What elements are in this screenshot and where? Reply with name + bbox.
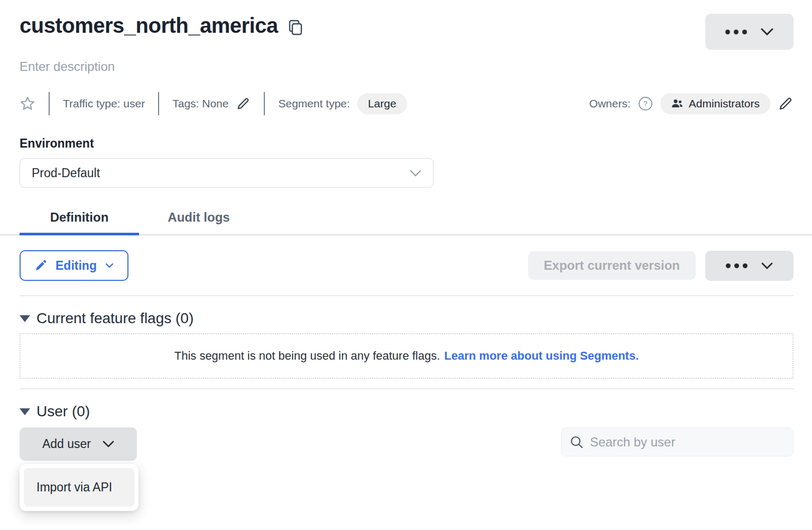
favorite-star-button[interactable]: [20, 96, 35, 112]
learn-more-link[interactable]: Learn more about using Segments.: [444, 349, 639, 363]
user-search-box: [561, 427, 793, 456]
add-user-label: Add user: [42, 437, 91, 451]
owners-label: Owners:: [589, 97, 631, 110]
environment-selected-value: Prod-Default: [32, 166, 100, 180]
feature-flags-section-header[interactable]: Current feature flags (0): [20, 310, 793, 327]
page-title: customers_north_america: [20, 14, 278, 38]
edit-owners-button[interactable]: [778, 96, 793, 112]
meta-divider: [264, 92, 265, 115]
section-divider: [20, 388, 793, 389]
segment-type-badge: Large: [357, 93, 407, 114]
help-icon[interactable]: ?: [638, 96, 653, 111]
add-user-dropdown-menu: Import via API: [20, 464, 139, 511]
chevron-down-icon: [105, 263, 114, 268]
people-icon: [671, 98, 684, 109]
definition-more-actions-button[interactable]: [705, 251, 793, 281]
menu-item-import-via-api[interactable]: Import via API: [24, 468, 134, 507]
collapse-caret-icon: [20, 315, 30, 322]
copy-name-button[interactable]: [288, 19, 303, 36]
meta-divider: [49, 92, 50, 115]
tab-definition[interactable]: Definition: [20, 210, 139, 235]
chevron-down-icon: [761, 262, 773, 269]
segment-detail-page: customers_north_america Enter descriptio…: [0, 0, 812, 530]
meta-row: Traffic type: user Tags: None Segment ty…: [20, 92, 793, 115]
editing-label: Editing: [56, 259, 97, 273]
user-section-header[interactable]: User (0): [20, 403, 793, 420]
pencil-icon: [778, 96, 793, 112]
chevron-down-icon: [103, 441, 114, 447]
environment-label: Environment: [20, 136, 793, 151]
owners-value: Administrators: [689, 97, 760, 110]
edit-tags-button[interactable]: [236, 96, 251, 111]
header-more-actions-button[interactable]: [705, 14, 793, 50]
chevron-down-icon: [410, 170, 421, 177]
segment-type-label: Segment type:: [278, 97, 349, 110]
add-user-button[interactable]: Add user: [20, 427, 137, 461]
tab-bar: Definition Audit logs: [20, 210, 793, 235]
page-header: customers_north_america: [20, 14, 793, 50]
owners-chip[interactable]: Administrators: [660, 93, 770, 114]
user-toolbar: Add user Import via API: [20, 427, 793, 461]
traffic-type-label: Traffic type: user: [63, 97, 145, 110]
more-dots-icon: [725, 30, 747, 34]
definition-actions-row: Editing Export current version: [20, 250, 793, 281]
svg-text:?: ?: [643, 99, 648, 108]
chevron-down-icon: [761, 28, 773, 35]
tags-label: Tags: None: [172, 97, 228, 110]
user-section-title: User (0): [36, 403, 90, 420]
tab-audit-logs[interactable]: Audit logs: [139, 210, 259, 235]
empty-state-text: This segment is not being used in any fe…: [174, 349, 440, 363]
description-placeholder[interactable]: Enter description: [20, 59, 793, 74]
meta-divider: [158, 92, 159, 115]
collapse-caret-icon: [20, 408, 30, 415]
star-icon: [20, 96, 35, 112]
copy-icon: [289, 20, 302, 35]
pencil-icon: [236, 96, 251, 111]
feature-flags-empty-state: This segment is not being used in any fe…: [20, 333, 793, 379]
section-divider: [20, 295, 793, 296]
export-current-version-button[interactable]: Export current version: [528, 251, 696, 280]
feature-flags-section-title: Current feature flags (0): [36, 310, 193, 327]
search-icon: [570, 435, 584, 449]
search-by-user-input[interactable]: [590, 435, 785, 450]
pencil-icon: [34, 259, 47, 272]
environment-select[interactable]: Prod-Default: [20, 158, 433, 188]
editing-status-button[interactable]: Editing: [20, 250, 128, 281]
more-dots-icon: [726, 263, 748, 268]
